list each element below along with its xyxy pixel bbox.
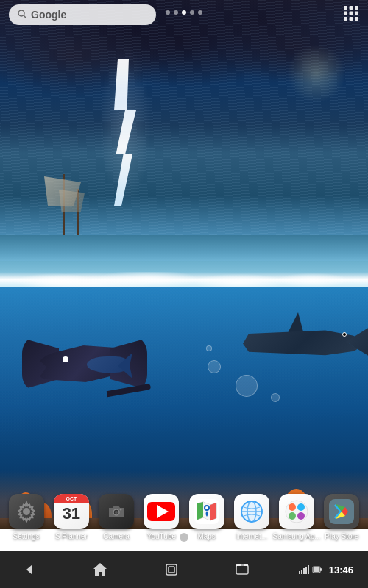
svg-rect-6 (350, 11, 353, 15)
back-icon (22, 562, 37, 577)
youtube-app[interactable]: YouTube (139, 494, 183, 540)
samsung-svg (283, 498, 310, 525)
screenshot-button[interactable] (227, 555, 257, 584)
maps-app[interactable]: Maps (185, 494, 229, 540)
page-dot-3-active (182, 10, 186, 15)
svg-rect-8 (344, 17, 347, 21)
svg-rect-2 (344, 6, 347, 10)
maps-svg (193, 498, 221, 526)
svg-rect-49 (320, 568, 322, 571)
bubble-small (271, 393, 280, 402)
svg-rect-7 (355, 11, 358, 15)
bubble-large (236, 375, 258, 397)
svg-marker-36 (26, 564, 32, 575)
youtube-play-triangle (157, 505, 169, 518)
signal-icon (299, 565, 309, 574)
internet-app[interactable]: Internet... (230, 494, 274, 540)
manta-eye (63, 356, 68, 362)
svg-rect-50 (314, 567, 319, 572)
status-time: 13:46 (329, 564, 353, 576)
navigation-bar: 13:46 (0, 551, 368, 588)
svg-rect-44 (301, 570, 302, 574)
svg-rect-40 (236, 565, 248, 574)
shark (228, 309, 368, 382)
samsung-label: Samsung Ap... (273, 532, 321, 540)
youtube-play-bg (147, 502, 175, 521)
battery-icon (312, 565, 322, 574)
playstore-label: Play Store (325, 532, 358, 540)
svg-rect-10 (355, 17, 358, 21)
screenshot-icon (235, 562, 250, 577)
camera-label: Camera (103, 532, 130, 540)
page-dot-4 (190, 10, 194, 15)
svg-point-27 (297, 503, 305, 511)
calendar-day-number: 31 (63, 504, 80, 523)
splanner-label: S Planner (55, 532, 88, 540)
sky-background (0, 0, 368, 279)
home-button[interactable] (85, 555, 115, 584)
calendar-month-label: OCT (66, 496, 77, 501)
svg-point-26 (289, 503, 296, 511)
bubble-medium (208, 360, 221, 373)
small-fish (81, 353, 132, 379)
playstore-svg (329, 499, 354, 524)
shark-tail (346, 323, 368, 360)
maps-icon[interactable] (189, 494, 224, 529)
wallpaper: Google (0, 0, 368, 588)
page-dot-5 (198, 10, 202, 15)
svg-point-25 (286, 501, 308, 523)
bubble-tiny (206, 345, 212, 351)
home-page-indicator (180, 533, 188, 542)
settings-app[interactable]: Settings (4, 494, 49, 540)
samsung-icon[interactable] (279, 494, 314, 529)
maps-label: Maps (197, 532, 215, 540)
svg-rect-9 (350, 17, 353, 21)
playstore-icon[interactable] (324, 494, 359, 529)
play-store-app[interactable]: Play Store (319, 494, 364, 540)
shark-fin (287, 312, 304, 334)
app-drawer-button[interactable] (343, 5, 359, 25)
camera-app[interactable]: Camera (94, 494, 138, 540)
svg-marker-17 (197, 502, 203, 520)
camera-svg (105, 501, 127, 523)
recents-icon (164, 562, 179, 577)
page-dot-1 (166, 10, 170, 15)
svg-rect-3 (350, 6, 353, 10)
top-bar: Google (0, 0, 368, 29)
page-dots (166, 10, 202, 15)
camera-icon[interactable] (99, 494, 134, 529)
svg-point-11 (23, 508, 30, 515)
svg-rect-45 (303, 568, 305, 574)
back-button[interactable] (15, 555, 44, 584)
recents-button[interactable] (157, 555, 186, 584)
svg-rect-43 (299, 571, 300, 574)
svg-rect-38 (166, 564, 177, 575)
youtube-label: YouTube (147, 532, 176, 540)
internet-label: Internet... (236, 532, 267, 540)
svg-rect-47 (308, 565, 309, 574)
manta-tail (107, 384, 151, 397)
google-logo: Google (31, 9, 66, 21)
home-icon (92, 562, 108, 578)
splanner-app[interactable]: OCT 31 S Planner (49, 494, 93, 540)
svg-line-1 (24, 15, 26, 18)
svg-point-20 (205, 506, 208, 509)
settings-icon[interactable] (9, 494, 44, 529)
search-bar[interactable]: Google (9, 4, 156, 25)
page-dot-2 (174, 10, 178, 15)
samsung-apps-app[interactable]: Samsung Ap... (275, 494, 319, 540)
settings-label: Settings (13, 532, 40, 540)
svg-point-28 (289, 512, 296, 520)
svg-marker-19 (210, 503, 216, 520)
svg-rect-5 (344, 11, 347, 15)
splanner-icon[interactable]: OCT 31 (54, 494, 89, 529)
search-icon (18, 10, 26, 21)
gear-svg (15, 500, 38, 523)
calendar-header: OCT (54, 494, 89, 503)
internet-icon[interactable] (234, 494, 269, 529)
svg-point-0 (18, 10, 24, 16)
ship-sail2 (59, 190, 85, 212)
svg-rect-39 (169, 567, 174, 573)
youtube-icon[interactable] (144, 494, 179, 529)
svg-point-13 (115, 511, 118, 514)
